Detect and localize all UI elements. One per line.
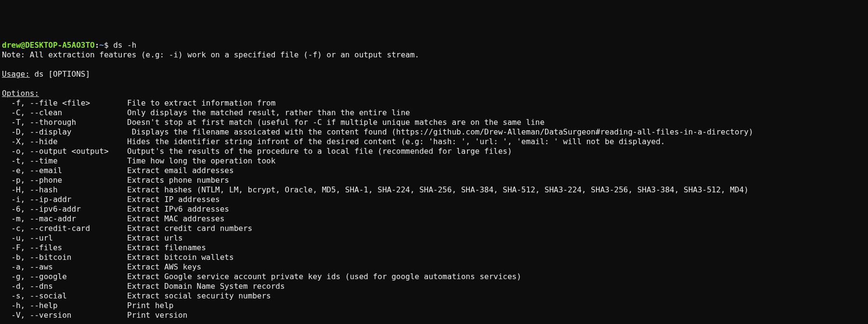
option-description: Only displays the matched result, rather… [127, 108, 410, 117]
option-flag: -C, --clean [2, 108, 127, 118]
option-description: Extract social security numbers [127, 291, 271, 300]
option-row: -p, --phoneExtracts phone numbers [2, 176, 866, 185]
option-description: Extract IP addresses [127, 195, 220, 204]
options-label: Options: [2, 89, 39, 98]
option-row: -g, --googleExtract Google service accou… [2, 272, 866, 282]
option-description: Extract AWS keys [127, 262, 201, 271]
option-flag: -X, --hide [2, 137, 127, 147]
option-flag: -h, --help [2, 301, 127, 310]
option-description: Extract hashes (NTLM, LM, bcrypt, Oracle… [127, 185, 749, 194]
option-flag: -D, --display [2, 127, 127, 137]
option-description: Displays the filename assoicated with th… [127, 127, 753, 136]
option-description: Extract MAC addresses [127, 214, 224, 223]
option-description: File to extract information from [127, 98, 275, 108]
option-description: Time how long the operation took [127, 156, 275, 165]
prompt-path: ~ [99, 40, 104, 50]
options-list: -f, --file <file>File to extract informa… [2, 98, 866, 320]
option-row: -o, --output <output>Output's the result… [2, 147, 866, 156]
option-flag: -b, --bitcoin [2, 253, 127, 262]
option-row: -6, --ipv6-addrExtract IPv6 addresses [2, 204, 866, 214]
option-row: -i, --ip-addrExtract IP addresses [2, 195, 866, 204]
option-flag: -V, --version [2, 310, 127, 320]
option-row: -e, --emailExtract email addresses [2, 166, 866, 176]
option-description: Doesn't stop at first match (useful for … [127, 118, 544, 127]
option-row: -d, --dnsExtract Domain Name System reco… [2, 282, 866, 291]
prompt-dollar: $ [104, 40, 113, 50]
option-row: -H, --hashExtract hashes (NTLM, LM, bcry… [2, 185, 866, 195]
option-description: Extract filenames [127, 243, 206, 252]
option-flag: -F, --files [2, 243, 127, 253]
option-description: Print help [127, 301, 173, 310]
option-description: Extract Domain Name System records [127, 282, 285, 291]
usage-label: Usage: [2, 69, 30, 79]
option-row: -h, --helpPrint help [2, 301, 866, 310]
option-row: -s, --socialExtract social security numb… [2, 291, 866, 301]
option-flag: -m, --mac-addr [2, 214, 127, 224]
option-row: -V, --versionPrint version [2, 310, 866, 320]
prompt-line: drew@DESKTOP-A5AO3TO:~$ ds -h [2, 40, 136, 50]
option-row: -C, --cleanOnly displays the matched res… [2, 108, 866, 118]
option-flag: -d, --dns [2, 282, 127, 291]
prompt-user: drew@DESKTOP-A5AO3TO [2, 40, 95, 50]
option-flag: -s, --social [2, 291, 127, 301]
option-description: Extract IPv6 addresses [127, 204, 229, 214]
option-flag: -p, --phone [2, 176, 127, 185]
usage-line: Usage: ds [OPTIONS] [2, 69, 90, 79]
option-description: Extract bitcoin wallets [127, 253, 234, 262]
option-description: Print version [127, 310, 187, 320]
option-flag: -o, --output <output> [2, 147, 127, 156]
option-row: -a, --awsExtract AWS keys [2, 262, 866, 272]
option-flag: -T, --thorough [2, 118, 127, 127]
option-description: Extract Google service account private k… [127, 272, 521, 281]
command-text: ds -h [113, 40, 136, 50]
option-description: Extracts phone numbers [127, 176, 229, 185]
option-description: Hides the identifier string infront of t… [127, 137, 665, 146]
option-flag: -e, --email [2, 166, 127, 176]
option-row: -u, --urlExtract urls [2, 233, 866, 243]
option-row: -T, --thoroughDoesn't stop at first matc… [2, 118, 866, 127]
option-flag: -u, --url [2, 233, 127, 243]
option-row: -F, --filesExtract filenames [2, 243, 866, 253]
option-row: -f, --file <file>File to extract informa… [2, 98, 866, 108]
option-description: Extract credit card numbers [127, 224, 252, 233]
option-row: -m, --mac-addrExtract MAC addresses [2, 214, 866, 224]
option-flag: -i, --ip-addr [2, 195, 127, 204]
option-flag: -f, --file <file> [2, 98, 127, 108]
option-row: -D, --display Displays the filename asso… [2, 127, 866, 137]
option-description: Extract urls [127, 233, 183, 243]
option-row: -b, --bitcoinExtract bitcoin wallets [2, 253, 866, 262]
option-description: Extract email addresses [127, 166, 234, 175]
option-description: Output's the results of the procedure to… [127, 147, 512, 156]
option-flag: -6, --ipv6-addr [2, 204, 127, 214]
option-row: -X, --hideHides the identifier string in… [2, 137, 866, 147]
option-flag: -c, --credit-card [2, 224, 127, 233]
option-row: -t, --timeTime how long the operation to… [2, 156, 866, 166]
terminal-output[interactable]: drew@DESKTOP-A5AO3TO:~$ ds -h Note: All … [2, 40, 866, 320]
note-line: Note: All extraction features (e.g: -i) … [2, 50, 419, 59]
option-flag: -g, --google [2, 272, 127, 282]
option-flag: -a, --aws [2, 262, 127, 272]
option-flag: -t, --time [2, 156, 127, 166]
usage-text: ds [OPTIONS] [30, 69, 90, 79]
option-row: -c, --credit-cardExtract credit card num… [2, 224, 866, 233]
prompt-sep: : [95, 40, 100, 50]
option-flag: -H, --hash [2, 185, 127, 195]
